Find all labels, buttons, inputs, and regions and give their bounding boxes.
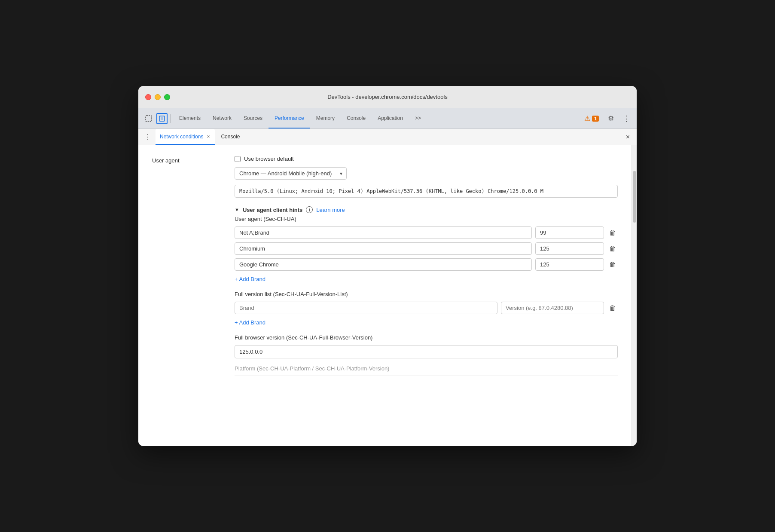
full-version-list-label: Full version list (Sec-CH-UA-Full-Versio…: [235, 291, 618, 297]
tab-network[interactable]: Network: [207, 108, 238, 128]
brand-row-2: 🗑: [235, 258, 618, 271]
add-brand-2-button[interactable]: + Add Brand: [235, 318, 265, 327]
full-version-brand-row-0: 🗑: [235, 302, 618, 314]
full-version-version-input-0[interactable]: [501, 302, 604, 314]
use-browser-default-label[interactable]: Use browser default: [244, 156, 294, 162]
content-area: User agent Use browser default Chrome — …: [138, 145, 637, 446]
tab-bar: Elements Network Sources Performance Mem…: [173, 108, 427, 128]
subtab-close-network-conditions[interactable]: ×: [206, 133, 211, 140]
delete-icon-2: 🗑: [609, 261, 616, 269]
brand-input-2[interactable]: [235, 258, 532, 271]
tab-elements[interactable]: Elements: [173, 108, 207, 128]
subtab-menu-icon[interactable]: ⋮: [142, 131, 154, 143]
delete-brand-1-button[interactable]: 🗑: [607, 243, 618, 254]
subtab-bar: ⋮ Network conditions × Console ×: [138, 129, 637, 145]
user-agent-body: Use browser default Chrome — Android Mob…: [235, 156, 618, 376]
tab-memory[interactable]: Memory: [310, 108, 341, 128]
delete-full-version-brand-0-button[interactable]: 🗑: [607, 303, 618, 314]
main-content: User agent Use browser default Chrome — …: [138, 145, 632, 446]
full-version-brand-input-0[interactable]: [235, 302, 497, 314]
issues-count: 1: [592, 116, 599, 122]
ua-string-input[interactable]: [235, 185, 618, 198]
toolbar-separator-1: [170, 114, 171, 123]
tab-console[interactable]: Console: [341, 108, 372, 128]
gear-icon: ⚙: [608, 114, 614, 122]
version-input-1[interactable]: [535, 242, 604, 255]
tab-performance[interactable]: Performance: [269, 108, 310, 128]
add-brand-1-button[interactable]: + Add Brand: [235, 274, 265, 284]
ua-dropdown[interactable]: Chrome — Android Mobile (high-end) Chrom…: [235, 167, 347, 180]
delete-brand-2-button[interactable]: 🗑: [607, 259, 618, 270]
use-browser-default-checkbox[interactable]: [235, 156, 241, 162]
maximize-button[interactable]: [164, 94, 170, 100]
full-browser-version-input[interactable]: [235, 345, 618, 358]
window-title: DevTools - developer.chrome.com/docs/dev…: [327, 94, 448, 100]
tab-more[interactable]: >>: [409, 108, 427, 128]
issues-icon: ⚠: [584, 114, 590, 122]
issues-button[interactable]: ⚠ 1: [581, 113, 602, 124]
full-browser-version-label: Full browser version (Sec-CH-UA-Full-Bro…: [235, 334, 618, 341]
learn-more-link[interactable]: Learn more: [316, 207, 345, 213]
toolbar-right: ⚠ 1 ⚙ ⋮: [581, 112, 633, 125]
subtab-console-label: Console: [221, 134, 240, 140]
tab-application[interactable]: Application: [372, 108, 409, 128]
version-input-2[interactable]: [535, 258, 604, 271]
delete-full-icon-0: 🗑: [609, 304, 616, 312]
settings-icon[interactable]: ⚙: [604, 112, 618, 125]
inspector-icon[interactable]: [156, 113, 168, 124]
scrollbar-thumb[interactable]: [633, 171, 636, 223]
brand-row-0: 🗑: [235, 226, 618, 239]
title-bar: DevTools - developer.chrome.com/docs/dev…: [138, 86, 637, 108]
user-agent-label: User agent: [152, 156, 221, 376]
client-hints-title-row: ▼ User agent client hints i Learn more: [235, 206, 618, 213]
minimize-button[interactable]: [155, 94, 161, 100]
cursor-icon[interactable]: [142, 112, 156, 125]
main-toolbar: Elements Network Sources Performance Mem…: [138, 108, 637, 129]
subtab-bar-close-icon[interactable]: ×: [622, 131, 633, 143]
delete-icon-0: 🗑: [609, 229, 616, 237]
use-browser-default-row: Use browser default: [235, 156, 618, 162]
platform-label: Platform (Sec-CH-UA-Platform / Sec-CH-UA…: [235, 365, 389, 372]
brand-row-1: 🗑: [235, 242, 618, 255]
scrollbar-track[interactable]: [632, 145, 637, 446]
user-agent-section: User agent Use browser default Chrome — …: [152, 156, 618, 376]
vertical-dots-icon: ⋮: [622, 115, 630, 122]
client-hints-title: User agent client hints: [243, 207, 302, 213]
version-input-0[interactable]: [535, 226, 604, 239]
ua-dropdown-wrapper: Chrome — Android Mobile (high-end) Chrom…: [235, 167, 347, 180]
more-options-icon[interactable]: ⋮: [619, 112, 633, 125]
sec-ch-ua-label: User agent (Sec-CH-UA): [235, 216, 618, 222]
collapse-arrow-icon[interactable]: ▼: [235, 207, 239, 212]
info-icon[interactable]: i: [306, 206, 313, 213]
tab-sources[interactable]: Sources: [238, 108, 269, 128]
platform-section-partial: Platform (Sec-CH-UA-Platform / Sec-CH-UA…: [235, 365, 618, 376]
delete-brand-0-button[interactable]: 🗑: [607, 227, 618, 238]
subtab-network-conditions[interactable]: Network conditions ×: [156, 129, 215, 145]
brand-input-1[interactable]: [235, 242, 532, 255]
svg-rect-2: [161, 117, 163, 120]
subtab-console[interactable]: Console: [217, 129, 244, 145]
svg-rect-0: [146, 116, 152, 122]
subtab-network-conditions-label: Network conditions: [160, 134, 203, 140]
delete-icon-1: 🗑: [609, 245, 616, 253]
traffic-lights: [145, 94, 170, 100]
devtools-window: DevTools - developer.chrome.com/docs/dev…: [138, 86, 637, 446]
close-button[interactable]: [145, 94, 151, 100]
brand-input-0[interactable]: [235, 226, 532, 239]
